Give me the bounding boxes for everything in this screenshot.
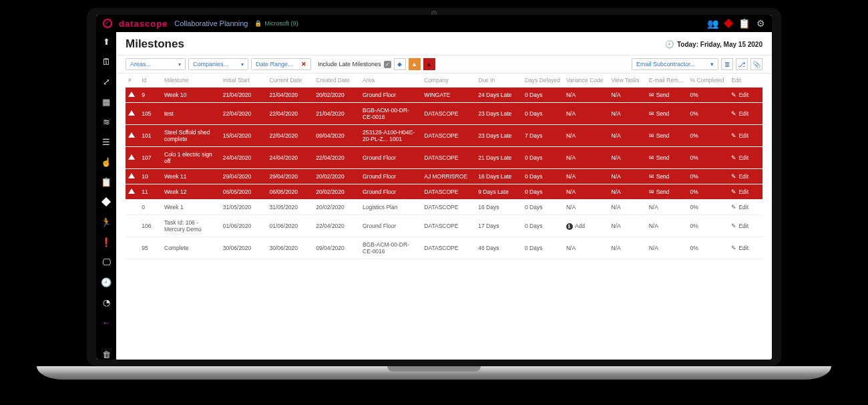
edit-button[interactable]: Edit [731, 223, 748, 229]
edit-button[interactable]: Edit [731, 110, 748, 117]
laptop-frame: datascope Collaborative Planning 🔒 Micro… [87, 8, 781, 366]
cell-pct: 0% [688, 103, 729, 125]
edit-button[interactable]: Edit [731, 173, 748, 180]
cell-created: 22/04/2020 [313, 147, 360, 169]
cell-company: DATASCOPE [421, 200, 475, 215]
send-button[interactable]: Send [649, 110, 670, 117]
runner-icon[interactable]: 🏃 [101, 217, 112, 227]
grid-icon[interactable]: ▦ [101, 96, 112, 107]
edit-button[interactable]: Edit [731, 154, 748, 161]
col-current[interactable]: Current Date [267, 74, 314, 88]
send-button[interactable]: Send [649, 154, 670, 161]
col-id[interactable]: Id [139, 74, 162, 88]
cell-id: 105 [139, 103, 162, 125]
table-row[interactable]: 107Colo 1 electric sign off24/04/202024/… [126, 147, 763, 169]
cell-initial: 24/04/2020 [220, 147, 267, 169]
clipboard-icon[interactable]: 📋 [738, 18, 750, 29]
cell-delayed: 0 Days [522, 215, 564, 237]
cell-due: 21 Days Late [475, 147, 522, 169]
col-due[interactable]: Due In [475, 74, 522, 88]
col-variance[interactable]: Variance Code [564, 74, 609, 88]
include-late-checkbox[interactable]: ✓ [384, 61, 391, 68]
email-na: N/A [649, 223, 658, 229]
edit-button[interactable]: Edit [731, 92, 748, 98]
send-button[interactable]: Send [649, 188, 670, 195]
back-icon[interactable]: ← [101, 317, 112, 327]
edit-button[interactable]: Edit [731, 188, 748, 195]
table-row[interactable]: 101Steel Scffold shed complete15/04/2020… [126, 125, 763, 147]
table-row[interactable]: 11Week 1206/05/202006/05/202020/02/2020G… [126, 184, 763, 200]
cell-area: Ground Floor [360, 169, 421, 184]
branch-icon[interactable]: ⎇ [736, 58, 748, 70]
clear-icon[interactable]: ✕ [301, 61, 306, 68]
cell-milestone: Steel Scffold shed complete [162, 125, 220, 147]
cell-pct: 0% [688, 184, 729, 200]
col-warn[interactable]: # [126, 74, 139, 88]
col-edit[interactable]: Edit [728, 74, 763, 88]
task-icon[interactable]: 📋 [101, 176, 112, 187]
stack-icon[interactable]: ≣ [721, 58, 733, 70]
send-button[interactable]: Send [649, 92, 670, 98]
user-badge-label: Microsoft (9) [264, 20, 298, 27]
cell-area: BGB-ACM-00-DR-CE-0016 [360, 103, 421, 125]
col-pct[interactable]: % Completed [688, 74, 729, 88]
cell-view: N/A [608, 147, 646, 169]
add-variance-button[interactable]: Add [566, 223, 585, 229]
col-initial[interactable]: Initial Start [220, 74, 267, 88]
users-icon[interactable]: 👥 [707, 18, 718, 29]
cell-due: 16 Days [475, 200, 522, 215]
cell-milestone: Week 1 [162, 200, 220, 215]
cell-pct: 0% [688, 88, 729, 103]
table-row[interactable]: 105test22/04/202022/04/202021/04/2020BGB… [126, 103, 763, 125]
col-email[interactable]: E-mail Remin... [646, 74, 688, 88]
daterange-dropdown[interactable]: Date Range... ✕ [251, 58, 311, 70]
table-row[interactable]: 10Week 1129/04/202029/04/202020/02/2020G… [126, 169, 763, 184]
cell-current: 06/05/2020 [267, 184, 314, 200]
col-area[interactable]: Area [360, 74, 421, 88]
col-delayed[interactable]: Days Delayed [522, 74, 564, 88]
areas-dropdown[interactable]: Areas... ▾ [126, 58, 186, 70]
sort-red-button[interactable]: ▲ [423, 58, 435, 70]
pointer-icon[interactable]: ☝ [101, 156, 112, 167]
gear-icon[interactable]: ⚙ [756, 18, 765, 29]
sort-blue-button[interactable]: ◆ [394, 58, 406, 70]
companies-dropdown[interactable]: Companies... ▾ [188, 58, 248, 70]
trash-icon[interactable]: 🗑 [101, 349, 112, 360]
table-row[interactable]: 0Week 131/05/202031/05/202020/02/2020Log… [126, 200, 763, 215]
cell-company: AJ MORRISROE [421, 169, 475, 184]
milestone-icon[interactable] [101, 196, 112, 207]
cell-initial: 15/04/2020 [220, 125, 267, 147]
email-subcontractor-dropdown[interactable]: Email Subcontractor... ▾ [632, 58, 718, 70]
alert-icon[interactable]: ❗ [101, 237, 112, 247]
edit-button[interactable]: Edit [731, 132, 748, 139]
sort-orange-button[interactable]: ▲ [409, 58, 421, 70]
history-icon[interactable]: 🕘 [101, 277, 112, 287]
clock-icon: 🕘 [665, 40, 674, 49]
table-row[interactable]: 95Complete30/06/202030/06/202009/04/2020… [126, 237, 763, 259]
edit-button[interactable]: Edit [731, 204, 748, 211]
cell-pct: 0% [688, 147, 729, 169]
col-view[interactable]: View Tasks [608, 74, 646, 88]
display-icon[interactable]: 🖵 [101, 257, 112, 267]
resize-icon[interactable]: ⤢ [101, 76, 112, 87]
brand-section[interactable]: Collaborative Planning [174, 19, 248, 27]
send-button[interactable]: Send [649, 132, 670, 139]
list-icon[interactable]: ☰ [101, 136, 112, 147]
chart-icon[interactable]: ◔ [101, 297, 112, 307]
cell-current: 01/06/2020 [267, 215, 314, 237]
table-row[interactable]: 9Week 1021/04/202021/04/202020/02/2020Gr… [126, 88, 763, 103]
cell-current: 22/04/2020 [267, 125, 314, 147]
user-badge[interactable]: 🔒 Microsoft (9) [254, 20, 298, 27]
col-company[interactable]: Company [421, 74, 475, 88]
send-button[interactable]: Send [649, 173, 670, 180]
swim-icon[interactable]: ≋ [101, 116, 112, 127]
col-milestone[interactable]: Milestone [162, 74, 220, 88]
col-created[interactable]: Created Date [313, 74, 360, 88]
cell-created: 09/04/2020 [313, 237, 360, 259]
upload-icon[interactable]: ⬆ [101, 36, 112, 47]
edit-button[interactable]: Edit [731, 245, 748, 251]
calendar-add-icon[interactable]: 🗓 [101, 56, 112, 67]
table-row[interactable]: 106Task Id: 106 - Mercury Demo01/06/2020… [126, 215, 763, 237]
diamond-icon[interactable] [724, 19, 733, 28]
clip-icon[interactable]: 📎 [750, 58, 763, 70]
